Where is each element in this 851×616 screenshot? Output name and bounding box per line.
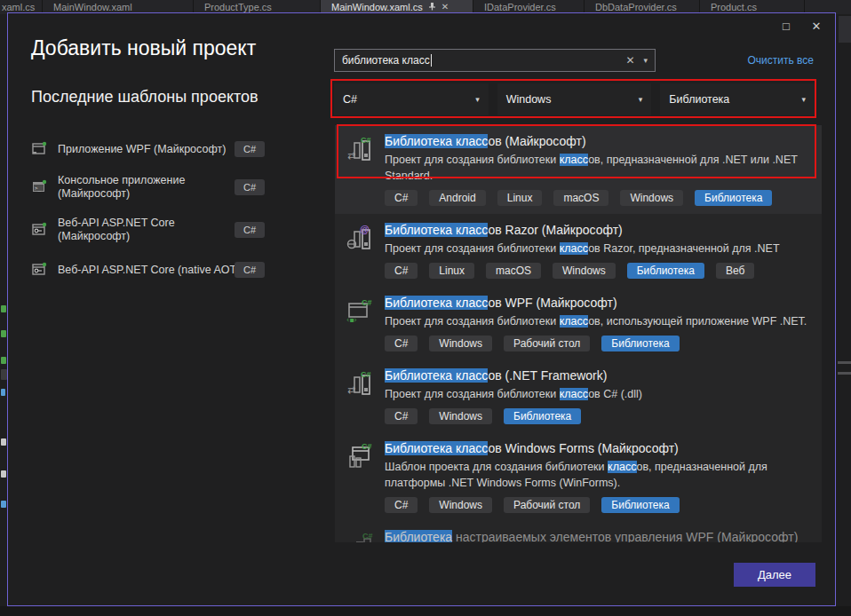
template-title: Библиотека классов WPF (Майкрософт): [385, 295, 813, 312]
template-tag-badge: Android: [429, 190, 485, 206]
template-body: Библиотека классов (Майкрософт)Проект дл…: [385, 133, 813, 206]
template-tags: C#AndroidLinuxmacOSWindowsБиблиотека: [385, 190, 813, 206]
template-tag-badge: Windows: [553, 263, 616, 279]
template-tags: C#WindowsРабочий столБиблиотека: [385, 336, 813, 351]
background-bottom: [0, 606, 851, 616]
text-cursor: [431, 54, 432, 67]
template-description-text: ов C# (.dll): [588, 388, 642, 400]
svg-text:‹▪›: ‹▪›: [346, 316, 357, 324]
template-tag-badge: Библиотека: [627, 263, 704, 279]
search-input[interactable]: библиотека класс ✕ ▾: [334, 49, 656, 72]
template-tag-badge: Рабочий стол: [504, 336, 590, 351]
template-title-text: ов WPF (Майкрософт): [488, 296, 616, 310]
search-text: библиотека класс: [335, 54, 430, 67]
template-description-text: Проект для создания библиотеки: [385, 154, 560, 166]
template-tag-badge: Windows: [620, 190, 683, 206]
wpf-app-icon: [31, 140, 49, 158]
template-tag-badge: Библиотека: [601, 497, 679, 513]
template-tag-badge: Windows: [429, 497, 492, 513]
chevron-down-icon: ▾: [475, 95, 480, 104]
template-title: Библиотека настраиваемых элементов управ…: [385, 529, 813, 542]
template-title-text: Библиотека класс: [385, 134, 488, 148]
filter-row: C# ▾ Windows ▾ Библиотека ▾: [334, 83, 815, 115]
template-tag-badge: Библиотека: [504, 408, 581, 424]
template-title: Библиотека классов (Майкрософт): [385, 133, 813, 150]
svg-text:>_: >_: [35, 185, 42, 192]
chevron-down-icon: ▾: [639, 95, 643, 104]
pin-icon[interactable]: [428, 2, 436, 12]
svg-text:C#: C#: [362, 442, 372, 451]
sidebar-recent-template-2[interactable]: Веб-API ASP.NET Core(Майкрософт)C#: [31, 210, 314, 249]
template-description-text: Проект для создания библиотеки: [385, 388, 560, 400]
background-code-fragment: [1, 305, 6, 312]
template-title-text: Библиотека: [385, 530, 452, 542]
template-tag-badge: macOS: [553, 190, 608, 206]
custom-control-library-icon: C#: [346, 529, 376, 542]
template-title-text: Библиотека класс: [385, 223, 488, 237]
class-library-icon: C#⇄: [346, 367, 376, 424]
template-tag-badge: Linux: [497, 190, 543, 206]
sidebar-recent-template-3[interactable]: Веб-API ASP.NET Core (native AOT)C#: [31, 257, 314, 283]
template-tag-badge: C#: [385, 336, 418, 351]
template-tag-badge: Рабочий стол: [504, 497, 590, 513]
project-type-filter-dropdown[interactable]: Библиотека ▾: [660, 83, 815, 115]
background-code-fragment: [1, 438, 6, 446]
template-item-4[interactable]: C#Библиотека классов Windows Forms (Майк…: [335, 432, 822, 521]
recent-templates-header: Последние шаблоны проектов: [31, 88, 258, 107]
template-item-1[interactable]: @Библиотека классов Razor (Майкрософт)Пр…: [335, 214, 822, 287]
template-description-text: класс: [560, 154, 589, 166]
close-tab-icon[interactable]: ✕: [441, 3, 449, 12]
sidebar-recent-template-1[interactable]: >_Консольное приложение(Майкрософт)C#: [31, 168, 314, 207]
razor-library-icon: @: [346, 222, 376, 279]
template-results-list: C#⇄Библиотека классов (Майкрософт)Проект…: [335, 125, 822, 542]
template-title-text: ов (Майкрософт): [488, 134, 585, 148]
template-title-text: Библиотека класс: [385, 296, 488, 310]
template-description: Проект для создания библиотеки классов R…: [385, 241, 813, 257]
template-tag-badge: Веб: [716, 263, 754, 279]
console-app-icon: >_: [31, 178, 49, 196]
recent-template-name: Веб-API ASP.NET Core (native AOT): [58, 264, 240, 277]
language-filter-value: C#: [343, 93, 357, 106]
svg-text:⇄: ⇄: [347, 150, 355, 162]
editor-scrollbar[interactable]: [839, 16, 851, 43]
template-body: Библиотека классов WPF (Майкрософт)Проек…: [385, 295, 813, 351]
template-title: Библиотека классов Razor (Майкрософт): [385, 222, 813, 239]
platform-filter-dropdown[interactable]: Windows ▾: [497, 83, 652, 115]
close-button[interactable]: ✕: [801, 15, 831, 38]
language-badge: C#: [235, 179, 265, 195]
template-description: Проект для создания библиотеки классов, …: [385, 152, 813, 184]
template-item-3[interactable]: C#⇄Библиотека классов (.NET Framework)Пр…: [335, 359, 822, 432]
template-description-text: Шаблон проекта для создания библиотеки: [385, 461, 608, 473]
svg-text:C#: C#: [362, 298, 372, 307]
template-description-text: класс: [560, 388, 589, 400]
background-code-fragment: [1, 470, 6, 478]
template-tag-badge: Библиотека: [601, 336, 679, 351]
sidebar-recent-template-0[interactable]: Приложение WPF (Майкрософт)C#: [31, 136, 314, 162]
clear-all-link[interactable]: Очистить все: [748, 54, 814, 67]
maximize-button[interactable]: □: [771, 15, 801, 38]
chevron-down-icon: ▾: [801, 95, 806, 104]
recent-template-name: Приложение WPF (Майкрософт): [58, 143, 226, 156]
clear-search-icon[interactable]: ✕: [625, 54, 634, 67]
svg-text:C#: C#: [362, 532, 373, 541]
recent-template-name: Веб-API ASP.NET Core(Майкрософт): [58, 217, 175, 243]
template-item-5[interactable]: C#Библиотека настраиваемых элементов упр…: [335, 521, 822, 542]
template-item-2[interactable]: C#‹▪›Библиотека классов WPF (Майкрософт)…: [335, 287, 822, 359]
template-description-text: класс: [560, 315, 589, 328]
background-code-fragment: [1, 501, 6, 508]
template-tag-badge: C#: [385, 190, 418, 206]
chevron-down-icon[interactable]: ▾: [643, 56, 648, 65]
template-tag-badge: C#: [385, 263, 418, 279]
webapi-icon: [31, 221, 49, 239]
template-item-0[interactable]: C#⇄Библиотека классов (Майкрософт)Проект…: [335, 125, 822, 214]
language-badge: C#: [235, 262, 265, 278]
template-body: Библиотека настраиваемых элементов управ…: [385, 529, 813, 542]
page-title: Добавить новый проект: [31, 36, 256, 60]
template-description: Шаблон проекта для создания библиотеки к…: [385, 459, 813, 491]
language-filter-dropdown[interactable]: C# ▾: [334, 83, 489, 115]
template-tags: C#WindowsРабочий столБиблиотека: [385, 497, 813, 513]
template-tags: C#WindowsБиблиотека: [385, 408, 813, 424]
template-tag-badge: C#: [385, 408, 418, 424]
next-button[interactable]: Далее: [734, 563, 815, 587]
template-tag-badge: C#: [385, 497, 418, 513]
